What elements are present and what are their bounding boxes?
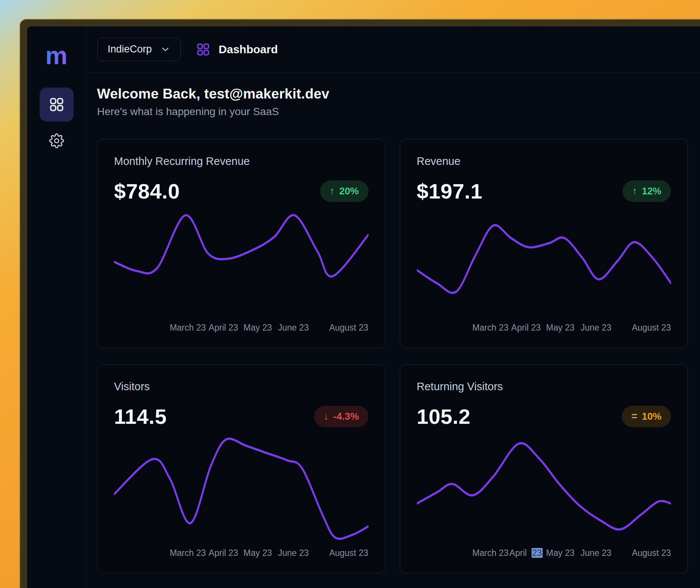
x-axis: March 23April 23May 23June 23August 23 <box>114 323 369 334</box>
app-content: m <box>27 26 700 588</box>
line-chart <box>114 209 369 319</box>
value-row: $784.0 ↑ 20% <box>114 179 369 203</box>
desktop-wallpaper: m <box>0 0 700 588</box>
x-axis: March 23April 23May 23June 23August 23 <box>114 548 369 559</box>
app-window: m <box>20 19 700 588</box>
card-monthly-recurring-revenue: Monthly Recurring Revenue $784.0 ↑ 20% <box>97 139 385 348</box>
x-axis-label: April 23 <box>511 323 541 333</box>
dashboard-content: Welcome Back, test@makerkit.dev Here's w… <box>86 72 700 588</box>
card-title: Revenue <box>417 155 671 168</box>
metric-value: $784.0 <box>114 179 180 203</box>
grid-icon <box>196 42 210 57</box>
x-axis: March 23April 23May 23June 23August 23 <box>417 548 671 559</box>
text-selection: 23 <box>532 548 543 558</box>
x-axis-label: April 23 <box>509 548 543 558</box>
team-selector-button[interactable]: IndieCorp <box>97 38 181 61</box>
x-axis-label: June 23 <box>580 548 611 558</box>
x-axis-label: May 23 <box>244 323 272 333</box>
team-selector-label: IndieCorp <box>108 43 152 55</box>
trend-badge: ↓ -4.3% <box>314 406 368 427</box>
card-returning-visitors: Returning Visitors 105.2 = 10% <box>400 364 688 573</box>
trend-badge: = 10% <box>622 406 671 427</box>
card-title: Returning Visitors <box>417 380 671 393</box>
trend-arrow-icon: ↑ <box>632 186 637 196</box>
line-chart <box>114 434 369 544</box>
chevron-down-icon <box>160 44 171 55</box>
metric-value: 105.2 <box>417 404 471 429</box>
trend-arrow-icon: ↑ <box>330 186 335 196</box>
card-visitors: Visitors 114.5 ↓ -4.3% <box>97 364 385 573</box>
x-axis-label: August 23 <box>632 323 671 333</box>
x-axis-label: March 23 <box>170 548 206 558</box>
x-axis-label: March 23 <box>170 323 206 333</box>
x-axis-label: May 23 <box>546 323 574 333</box>
logo-letter: m <box>45 42 68 69</box>
metric-cards-grid: Monthly Recurring Revenue $784.0 ↑ 20% <box>97 139 688 573</box>
x-axis-label: May 23 <box>244 548 272 558</box>
card-title: Monthly Recurring Revenue <box>114 155 369 168</box>
metric-value: 114.5 <box>114 404 167 429</box>
line-chart <box>417 209 671 319</box>
page-title: Dashboard <box>219 43 278 56</box>
value-row: $197.1 ↑ 12% <box>417 179 671 203</box>
topbar: IndieCorp <box>86 26 700 72</box>
x-axis-label: March 23 <box>472 548 509 558</box>
x-axis-label: August 23 <box>632 548 671 558</box>
grid-icon <box>49 97 65 112</box>
card-revenue: Revenue $197.1 ↑ 12% Ma <box>400 139 688 348</box>
value-row: 105.2 = 10% <box>417 404 671 429</box>
x-axis-label: August 23 <box>329 323 369 333</box>
gear-icon <box>49 133 64 148</box>
welcome-subtitle: Here's what is happening in your SaaS <box>97 106 688 118</box>
x-axis-label: June 23 <box>278 548 309 558</box>
x-axis: March 23April 23May 23June 23August 23 <box>417 323 671 334</box>
sidebar-item-settings[interactable] <box>43 128 70 154</box>
x-axis-label: April 23 <box>209 548 238 558</box>
line-chart <box>417 434 671 544</box>
x-axis-label: April 23 <box>209 323 238 333</box>
trend-badge: ↑ 20% <box>320 180 369 202</box>
trend-arrow-icon: ↓ <box>324 411 329 422</box>
card-title: Visitors <box>114 380 369 393</box>
welcome-title: Welcome Back, test@makerkit.dev <box>97 86 688 102</box>
sidebar: m <box>27 26 86 588</box>
trend-equal-icon: = <box>631 411 637 422</box>
x-axis-label: May 23 <box>546 548 574 558</box>
value-row: 114.5 ↓ -4.3% <box>114 404 369 429</box>
main-column: IndieCorp <box>86 26 700 588</box>
sidebar-item-dashboard[interactable] <box>40 88 74 122</box>
x-axis-label: March 23 <box>472 323 509 333</box>
metric-value: $197.1 <box>417 179 483 203</box>
trend-badge: ↑ 12% <box>623 180 671 202</box>
makerkit-logo[interactable]: m <box>42 36 71 77</box>
x-axis-label: August 23 <box>329 548 369 558</box>
page-heading: Dashboard <box>196 42 278 57</box>
x-axis-label: June 23 <box>278 323 309 333</box>
x-axis-label: June 23 <box>580 323 611 333</box>
